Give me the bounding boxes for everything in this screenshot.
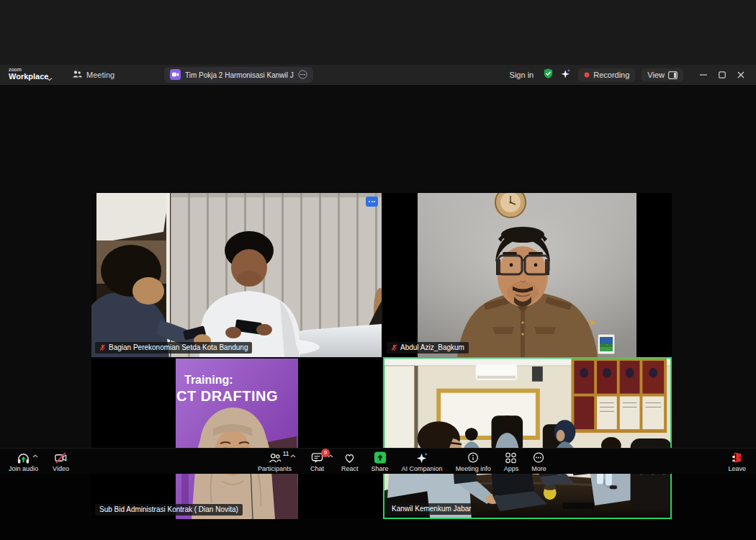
tab-more-icon[interactable] xyxy=(298,70,307,81)
ai-companion-label: AI Companion xyxy=(402,466,443,472)
more-label: More xyxy=(531,466,546,472)
toolbar-right-group: Leave xyxy=(728,449,746,474)
chat-caret[interactable] xyxy=(328,453,333,459)
more-button[interactable]: More xyxy=(531,451,546,472)
video-label: Video xyxy=(53,466,69,472)
recording-label: Recording xyxy=(593,71,629,79)
leave-icon xyxy=(730,451,744,464)
ai-companion-icon xyxy=(415,451,429,464)
participant-name-tag: Sub Bid Administrasi Kontrak ( Dian Novi… xyxy=(95,504,243,516)
meeting-canvas: Bagian Perekonomian Setda Kota Bandung xyxy=(0,85,756,448)
apps-icon xyxy=(504,451,518,464)
video-frame xyxy=(418,193,636,357)
maximize-icon[interactable] xyxy=(713,65,732,85)
join-audio-caret[interactable] xyxy=(32,453,38,459)
video-button[interactable]: Video xyxy=(53,451,69,472)
sign-in-button[interactable]: Sign in xyxy=(507,69,537,81)
close-icon[interactable] xyxy=(732,65,750,85)
video-scene-meeting-room xyxy=(91,193,382,357)
join-audio-label: Join audio xyxy=(9,466,38,472)
window-controls xyxy=(694,65,750,85)
title-bar: zoom Workplace Meeting Tim Pokja 2 Harmo… xyxy=(0,65,756,85)
tab-active-label: Tim Pokja 2 Harmonisasi Kanwil J xyxy=(185,71,294,79)
share-label: Share xyxy=(372,466,389,472)
tile-more-options-button[interactable] xyxy=(366,197,378,207)
minimize-icon[interactable] xyxy=(694,65,713,85)
slide-title-line2: CT DRAFTING xyxy=(176,388,278,405)
leave-button[interactable]: Leave xyxy=(728,451,746,472)
participant-name-tag: Kanwil Kemenkum Jabar xyxy=(387,503,476,515)
react-label: React xyxy=(341,466,359,472)
chat-button[interactable]: 9 Chat xyxy=(310,451,324,472)
apps-button[interactable]: Apps xyxy=(504,451,519,472)
participants-icon xyxy=(268,451,282,464)
toolbar-center-group: 11 Participants 9 Chat xyxy=(258,449,546,474)
video-scene-office-room xyxy=(384,359,672,519)
letterbox-top xyxy=(0,0,756,65)
meeting-info-label: Meeting info xyxy=(456,466,491,472)
video-tile-bagian-perekonomian[interactable]: Bagian Perekonomian Setda Kota Bandung xyxy=(91,193,382,357)
muted-mic-icon xyxy=(99,344,106,351)
ai-companion-button[interactable]: AI Companion xyxy=(402,451,443,472)
video-tile-kanwil-kemenkum[interactable]: Kanwil Kemenkum Jabar xyxy=(383,357,672,519)
participant-name-tag: Abdul Aziz_Bagkum xyxy=(387,342,469,354)
meeting-info-button[interactable]: Meeting info xyxy=(456,451,491,472)
view-layout-icon xyxy=(668,71,678,79)
participant-name: Abdul Aziz_Bagkum xyxy=(400,343,464,351)
video-tile-dian-novita[interactable]: Training: CT DRAFTING Sub Bid Administra… xyxy=(91,359,382,519)
info-icon xyxy=(467,451,480,464)
recording-indicator: Recording xyxy=(578,68,635,81)
titlebar-right-cluster: Sign in Recording View xyxy=(507,65,750,85)
brand-workplace: Workplace xyxy=(9,73,48,81)
chat-label: Chat xyxy=(310,466,324,472)
share-screen-icon xyxy=(374,451,387,464)
video-frame: Training: CT DRAFTING xyxy=(176,359,298,519)
view-label: View xyxy=(647,71,665,79)
join-audio-button[interactable]: Join audio xyxy=(9,451,38,472)
video-off-icon xyxy=(54,451,68,464)
muted-mic-icon xyxy=(391,344,397,351)
leave-label: Leave xyxy=(728,466,746,472)
zoom-workplace-logo: zoom Workplace xyxy=(9,67,48,81)
participants-button[interactable]: 11 Participants xyxy=(258,451,292,472)
tab-active-meeting[interactable]: Tim Pokja 2 Harmonisasi Kanwil J xyxy=(164,67,313,83)
apps-label: Apps xyxy=(504,466,519,472)
participants-count: 11 xyxy=(283,451,289,457)
participants-caret[interactable] xyxy=(290,453,296,459)
headphones-icon xyxy=(17,451,30,464)
participant-name-tag: Bagian Perekonomian Setda Kota Bandung xyxy=(95,342,252,354)
meeting-people-icon xyxy=(72,70,82,80)
tab-meeting-label: Meeting xyxy=(86,71,114,79)
participants-label: Participants xyxy=(258,466,292,472)
more-icon xyxy=(532,451,545,464)
participant-name: Sub Bid Administrasi Kontrak ( Dian Novi… xyxy=(99,505,238,513)
participant-name: Bagian Perekonomian Setda Kota Bandung xyxy=(109,343,248,351)
brand-zoom: zoom xyxy=(9,67,48,72)
recording-dot xyxy=(584,72,590,78)
view-button[interactable]: View xyxy=(642,68,683,81)
video-tile-abdul-aziz[interactable]: Abdul Aziz_Bagkum xyxy=(383,193,672,357)
zoom-meeting-window: zoom Workplace Meeting Tim Pokja 2 Harmo… xyxy=(0,0,756,540)
ai-sparkle-icon[interactable] xyxy=(560,68,572,82)
audio-connect-arrow xyxy=(21,456,25,462)
chevron-down-icon[interactable] xyxy=(46,71,53,84)
react-button[interactable]: React xyxy=(341,451,359,472)
shield-check-icon[interactable] xyxy=(543,68,554,82)
slide-title-line1: Training: xyxy=(184,374,233,387)
share-button[interactable]: Share xyxy=(372,451,389,472)
meeting-app-icon xyxy=(170,69,181,81)
tab-meeting[interactable]: Meeting xyxy=(68,65,119,85)
participant-name: Kanwil Kemenkum Jabar xyxy=(392,505,472,513)
toolbar-left-group: Join audio Video xyxy=(9,449,69,474)
heart-icon xyxy=(343,451,356,464)
meeting-toolbar: Join audio Video xyxy=(0,448,756,474)
video-scene-portrait-man xyxy=(418,193,636,357)
